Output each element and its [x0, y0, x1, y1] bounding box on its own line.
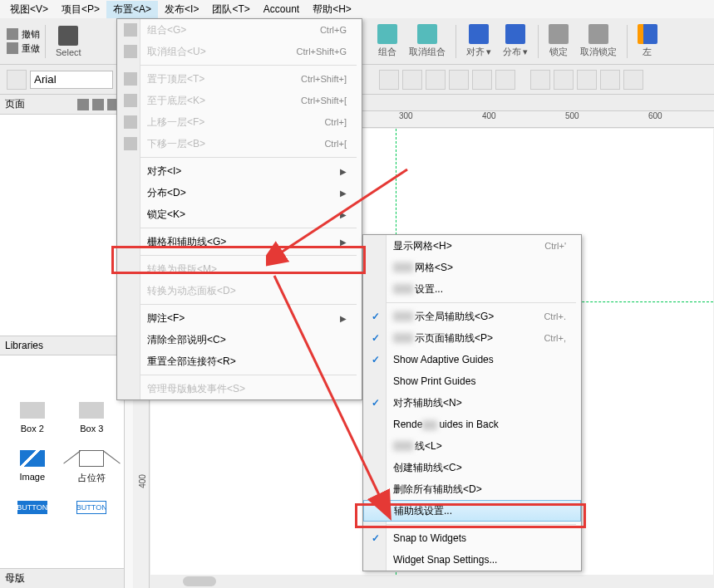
font-select[interactable] — [30, 71, 113, 89]
add-page-icon[interactable] — [77, 99, 89, 110]
widget-button2[interactable]: BUTTON — [66, 501, 118, 514]
menu-item-icon — [124, 23, 137, 37]
grid-guides-submenu: 显示网格<H>Ctrl+'网格<S>设置...✓示全局辅助线<G>Ctrl+.✓… — [362, 234, 582, 571]
align-center-btn[interactable] — [402, 70, 422, 90]
menu-account[interactable]: Account — [257, 2, 306, 17]
menu-item-label: 至于底层<K> — [147, 94, 205, 108]
menu-item[interactable]: 分布<D>▶ — [117, 182, 362, 203]
submenu-item-label: 对齐辅助线<N> — [393, 396, 462, 410]
submenu-item[interactable]: 线<L> — [363, 435, 581, 457]
undo-label: 撤销 — [22, 28, 40, 41]
submenu-item[interactable]: Show Print Guides — [363, 370, 581, 392]
menu-help[interactable]: 帮助<H> — [306, 1, 358, 18]
widget-placeholder[interactable]: 占位符 — [66, 450, 118, 484]
valign-bot-btn[interactable] — [495, 70, 515, 90]
menu-item-label: 转换为动态面板<D> — [147, 284, 236, 298]
menu-item-label: 对齐<I> — [147, 164, 181, 179]
menu-item-icon — [124, 115, 137, 129]
submenu-item-label: Rendeuides in Back — [393, 419, 499, 430]
doc-icon-btn[interactable] — [7, 70, 27, 90]
undo-button[interactable]: 撤销 — [7, 28, 40, 41]
line-btn[interactable] — [554, 70, 574, 90]
menu-item: 至于底层<K>Ctrl+Shift+[ — [117, 90, 362, 111]
group-tool[interactable]: 组合 — [372, 24, 402, 58]
submenu-item[interactable]: 显示网格<H>Ctrl+' — [363, 235, 581, 257]
submenu-item-label: 删除所有辅助线<D> — [393, 483, 482, 497]
submenu-item[interactable]: 辅助线设置... — [363, 500, 581, 522]
fill-btn[interactable] — [530, 70, 550, 90]
weight-btn[interactable] — [577, 70, 597, 90]
distribute-icon — [505, 24, 525, 44]
arrange-menu: 组合<G>Ctrl+G取消组合<U>Ctrl+Shift+G置于顶层<T>Ctr… — [116, 18, 362, 400]
left-align-icon — [638, 24, 657, 44]
check-icon: ✓ — [372, 532, 380, 544]
align-right-btn[interactable] — [426, 70, 446, 90]
submenu-item-label: 示页面辅助线<P> — [393, 331, 493, 345]
left-align-tool[interactable]: 左 — [633, 24, 662, 58]
menu-item-label: 分布<D> — [147, 186, 186, 200]
menu-item-label: 锁定<K> — [147, 208, 185, 222]
arrow-btn[interactable] — [600, 70, 620, 90]
menu-item[interactable]: 栅格和辅助线<G>▶ — [117, 231, 362, 252]
submenu-item[interactable]: ✓对齐辅助线<N> — [363, 392, 581, 414]
folder-icon[interactable] — [92, 99, 104, 110]
valign-top-btn[interactable] — [449, 70, 469, 90]
redo-label: 重做 — [22, 42, 40, 55]
ungroup-tool[interactable]: 取消组合 — [404, 24, 451, 58]
menu-item-label: 组合<G> — [147, 23, 186, 37]
align-tool[interactable]: 对齐▾ — [461, 24, 496, 58]
masters-header: 母版 — [0, 568, 124, 588]
submenu-item-label: Show Adaptive Guides — [393, 354, 494, 365]
submenu-item[interactable]: Widget Snap Settings... — [363, 549, 581, 571]
submenu-item[interactable]: 删除所有辅助线<D> — [363, 478, 581, 500]
menu-item[interactable]: 脚注<F>▶ — [117, 307, 362, 329]
submenu-arrow-icon: ▶ — [340, 189, 347, 198]
h-scrollbar[interactable] — [150, 575, 714, 588]
widget-box3[interactable]: Box 3 — [66, 402, 118, 434]
align-left-btn[interactable] — [379, 70, 399, 90]
menu-team[interactable]: 团队<T> — [205, 1, 256, 18]
valign-mid-btn[interactable] — [472, 70, 492, 90]
menu-item-label: 转换为母版<M> — [147, 262, 217, 277]
submenu-item-label: 示全局辅助线<G> — [393, 310, 494, 324]
widget-palette: Box 2 Box 3 Image 占位符 BUTTON BUTTON — [7, 402, 117, 514]
redo-button[interactable]: 重做 — [7, 42, 40, 55]
submenu-item[interactable]: ✓示全局辅助线<G>Ctrl+. — [363, 306, 581, 327]
menubar: 视图<V> 项目<P> 布置<A> 发布<I> 团队<T> Account 帮助… — [0, 0, 714, 18]
more-btn[interactable] — [623, 70, 643, 90]
submenu-item[interactable]: 设置... — [363, 278, 581, 300]
menu-view[interactable]: 视图<V> — [3, 1, 55, 18]
select-tool[interactable]: Select — [51, 26, 86, 57]
menu-item: 下移一层<B>Ctrl+[ — [117, 133, 362, 154]
submenu-item-label: Widget Snap Settings... — [393, 554, 497, 566]
pages-header: 页面 — [0, 95, 124, 115]
unlock-tool[interactable]: 取消锁定 — [575, 24, 622, 58]
menu-item: 管理母版触发事件<S> — [117, 378, 362, 399]
ungroup-icon — [417, 24, 437, 44]
menu-item-label: 脚注<F> — [147, 311, 185, 326]
menu-item[interactable]: 对齐<I>▶ — [117, 160, 362, 182]
widget-box2[interactable]: Box 2 — [7, 402, 58, 434]
masters-label: 母版 — [5, 571, 25, 586]
submenu-item[interactable]: 网格<S> — [363, 257, 581, 278]
submenu-item[interactable]: Rendeuides in Back — [363, 414, 581, 435]
distribute-tool[interactable]: 分布▾ — [498, 24, 533, 58]
group-icon — [377, 24, 397, 44]
submenu-item[interactable]: 创建辅助线<C> — [363, 457, 581, 478]
menu-item[interactable]: 清除全部说明<C> — [117, 329, 362, 350]
menu-item[interactable]: 重置全部连接符<R> — [117, 350, 362, 372]
widget-button1[interactable]: BUTTON — [7, 501, 58, 514]
menu-publish[interactable]: 发布<I> — [158, 1, 205, 18]
menu-arrange[interactable]: 布置<A> — [106, 1, 158, 18]
submenu-item[interactable]: ✓Show Adaptive Guides — [363, 349, 581, 370]
menu-project[interactable]: 项目<P> — [55, 1, 106, 18]
submenu-item-label: Snap to Widgets — [393, 532, 466, 544]
submenu-item-label: 辅助线设置... — [394, 504, 452, 518]
menu-item[interactable]: 锁定<K>▶ — [117, 203, 362, 225]
lock-tool[interactable]: 锁定 — [544, 24, 574, 58]
submenu-item[interactable]: ✓Snap to Widgets — [363, 527, 581, 549]
widget-image[interactable]: Image — [7, 450, 58, 484]
check-icon: ✓ — [372, 311, 380, 322]
submenu-item-label: Show Print Guides — [393, 375, 475, 387]
submenu-item[interactable]: ✓示页面辅助线<P>Ctrl+, — [363, 327, 581, 349]
